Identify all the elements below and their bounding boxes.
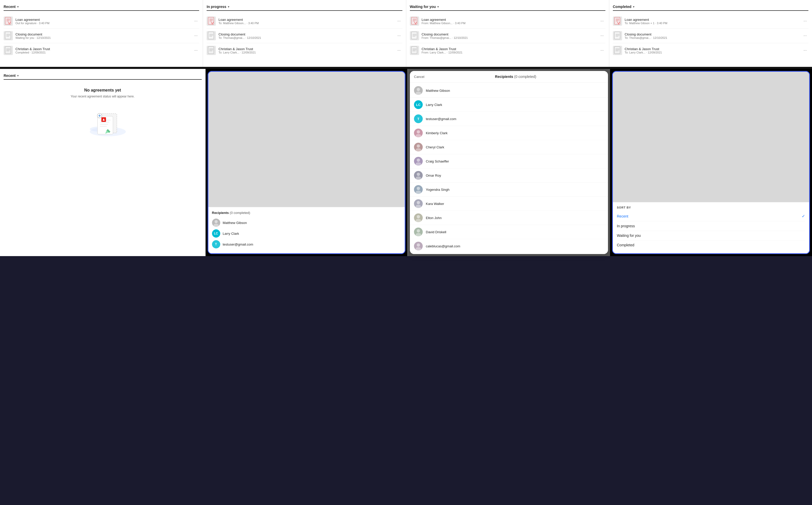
more-options-icon[interactable]: ···	[599, 33, 605, 38]
more-options-icon[interactable]: ···	[396, 47, 402, 53]
cancel-button[interactable]: Cancel	[414, 75, 424, 79]
modal-recipient-item-0[interactable]: Matthew Gibson	[410, 83, 608, 98]
more-options-icon[interactable]: ···	[802, 18, 808, 24]
svg-point-39	[415, 247, 421, 250]
modal-recipient-item-1[interactable]: LC Larry Clark	[410, 98, 608, 112]
modal-recipient-item-3[interactable]: Kimberly Clark	[410, 126, 608, 140]
modal-recipient-item-5[interactable]: Craig Schaeffer	[410, 154, 608, 168]
agreement-name: Closing document	[625, 32, 799, 36]
recipient-name: Matthew Gibson	[223, 221, 247, 225]
more-options-icon[interactable]: ···	[599, 18, 605, 24]
agreement-info: Closing document To: Thomas@gmai... · 12…	[219, 32, 393, 39]
more-options-icon[interactable]: ···	[396, 33, 402, 38]
panel-header-completed[interactable]: Completed ▼	[613, 5, 808, 11]
agreement-item-2-0[interactable]: Loan agreement From: Matthew Gibson... ·…	[410, 14, 605, 28]
agreement-sub: To: Larry Clark... · 12/09/2021	[625, 51, 799, 54]
card-recipients: Recipients (0 completed) Matthew Gibson …	[209, 207, 405, 253]
svg-point-22	[417, 130, 420, 134]
more-options-icon[interactable]: ···	[193, 33, 199, 38]
svg-point-34	[417, 215, 420, 218]
sort-option-label-2: Waiting for you	[617, 233, 641, 237]
sort-options: SORT BY Recent ✓ In progress Waiting for…	[613, 202, 809, 253]
more-options-icon[interactable]: ···	[193, 47, 199, 53]
recipient-item-1: LC Larry Clark	[212, 228, 401, 239]
modal-recipient-item-2[interactable]: T testuser@gmail.com	[410, 112, 608, 126]
agreement-thumb	[4, 16, 13, 26]
agreement-item-0-0[interactable]: Loan agreement Out for signature · 3:40 …	[4, 14, 199, 28]
agreement-item-3-1[interactable]: Closing document To: Thomas@gmai... · 12…	[613, 28, 808, 43]
agreement-item-2-1[interactable]: Closing document From: Thomas@gmai... · …	[410, 28, 605, 43]
agreement-item-0-1[interactable]: Closing document Waiting for you · 12/10…	[4, 28, 199, 43]
sort-checkmark-icon: ✓	[802, 214, 805, 218]
svg-point-33	[415, 205, 421, 208]
agreement-item-3-0[interactable]: Loan agreement To: Matthew Gibson + 1 · …	[613, 14, 808, 28]
agreement-item-1-2[interactable]: Christian & Jason Trust To: Larry Clark.…	[207, 43, 402, 57]
agreement-item-3-2[interactable]: Christian & Jason Trust To: Larry Clark.…	[613, 43, 808, 57]
panel-header-recent[interactable]: Recent ▼	[4, 5, 199, 11]
more-options-icon[interactable]: ···	[396, 18, 402, 24]
svg-point-35	[415, 219, 421, 222]
modal-recipient-item-9[interactable]: Elton John	[410, 211, 608, 225]
agreement-name: Closing document	[219, 32, 393, 36]
modal-recipient-item-10[interactable]: David Driskell	[410, 225, 608, 239]
agreement-sub: To: Thomas@gmai... · 12/10/2021	[219, 36, 393, 39]
agreement-name: Christian & Jason Trust	[15, 47, 190, 51]
modal-count: (0 completed)	[514, 74, 536, 79]
svg-point-25	[415, 148, 421, 151]
chevron-down-icon: ▼	[228, 5, 230, 8]
agreement-item-0-2[interactable]: Christian & Jason Trust Completed · 12/0…	[4, 43, 199, 57]
agreement-sub: From: Thomas@gmai... · 12/10/2021	[422, 36, 596, 39]
sort-option-label-3: Completed	[617, 243, 635, 247]
modal-recipient-item-8[interactable]: Kara Walker	[410, 197, 608, 211]
modal-recipient-name-6: Omar Roy	[426, 174, 441, 177]
modal-recipient-name-3: Kimberly Clark	[426, 131, 448, 135]
agreement-name: Loan agreement	[422, 18, 596, 22]
svg-rect-9	[615, 17, 620, 24]
more-options-icon[interactable]: ···	[802, 47, 808, 53]
panel-header-waiting-for-you[interactable]: Waiting for you ▼	[410, 5, 605, 11]
recipient-name: Larry Clark	[223, 232, 239, 235]
agreement-info: Closing document From: Thomas@gmai... · …	[422, 32, 596, 39]
modal-recipient-name-5: Craig Schaeffer	[426, 159, 449, 163]
agreement-name: Christian & Jason Trust	[625, 47, 799, 51]
panel-header-title: Recent	[4, 5, 16, 9]
modal-recipient-item-4[interactable]: Cheryl Clark	[410, 140, 608, 154]
more-options-icon[interactable]: ···	[802, 33, 808, 38]
sort-option-0[interactable]: Recent ✓	[617, 211, 805, 221]
more-options-icon[interactable]: ···	[193, 18, 199, 24]
sort-by-label: SORT BY	[617, 206, 805, 209]
sort-option-3[interactable]: Completed	[617, 240, 805, 250]
card-inner: Recipients (0 completed) Matthew Gibson …	[208, 71, 406, 254]
agreement-name: Closing document	[422, 32, 596, 36]
empty-state-panel: Recent ▼ No agreements yet Your recent a…	[0, 69, 206, 256]
modal-recipient-item-11[interactable]: caleblucas@gmail.com	[410, 239, 608, 253]
sort-option-2[interactable]: Waiting for you	[617, 231, 805, 240]
agreement-item-1-0[interactable]: Loan agreement To: Matthew Gibson... · 3…	[207, 14, 402, 28]
agreement-item-1-1[interactable]: Closing document To: Thomas@gmai... · 12…	[207, 28, 402, 43]
modal-recipient-name-0: Matthew Gibson	[426, 89, 450, 93]
panel-header-title: Completed	[613, 5, 631, 9]
svg-point-30	[417, 187, 420, 190]
agreement-info: Loan agreement From: Matthew Gibson... ·…	[422, 18, 596, 25]
card-preview	[209, 72, 405, 207]
empty-panel-header[interactable]: Recent ▼	[4, 73, 202, 80]
sort-option-label-1: In progress	[617, 224, 635, 228]
more-options-icon[interactable]: ···	[599, 47, 605, 53]
panel-header-title: Waiting for you	[410, 5, 436, 9]
empty-illustration	[87, 106, 118, 134]
modal-recipient-item-7[interactable]: Yogendra Singh	[410, 183, 608, 197]
svg-point-26	[417, 158, 420, 162]
agreement-thumb	[410, 31, 419, 40]
agreement-item-2-2[interactable]: Christian & Jason Trust From: Larry Clar…	[410, 43, 605, 57]
modal-recipient-name-11: caleblucas@gmail.com	[426, 244, 460, 248]
svg-rect-2	[5, 46, 11, 54]
panel-header-in-progress[interactable]: In progress ▼	[207, 5, 402, 11]
agreement-thumb	[4, 31, 13, 40]
sort-option-1[interactable]: In progress	[617, 221, 805, 231]
agreement-sub: From: Larry Clark... · 12/09/2021	[422, 51, 596, 54]
modal-header: Cancel Recipients (0 completed)	[410, 71, 608, 82]
svg-rect-7	[411, 32, 417, 39]
agreement-sub: To: Matthew Gibson... · 3:40 PM	[219, 22, 393, 25]
modal-recipient-item-6[interactable]: Omar Roy	[410, 168, 608, 183]
agreement-name: Loan agreement	[219, 18, 393, 22]
